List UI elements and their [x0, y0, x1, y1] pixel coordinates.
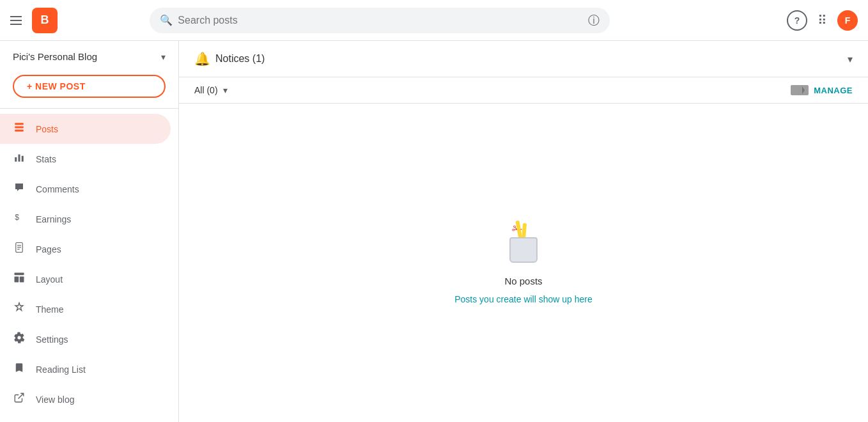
svg-rect-8: [17, 245, 21, 246]
filter-label: All (0): [194, 85, 218, 95]
posts-icon: [13, 121, 26, 136]
notices-left: 🔔 Notices (1): [194, 51, 265, 66]
reading-list-icon: [13, 362, 26, 377]
sidebar-item-posts[interactable]: Posts: [0, 114, 171, 144]
manage-button[interactable]: MANAGE: [814, 86, 853, 95]
svg-rect-13: [20, 277, 24, 283]
earnings-icon: $: [13, 212, 26, 226]
svg-rect-4: [19, 155, 20, 162]
svg-rect-11: [15, 273, 24, 276]
header-left: B: [10, 8, 58, 33]
svg-text:$: $: [15, 213, 19, 222]
notices-bar: 🔔 Notices (1) ▾: [179, 41, 868, 77]
chevron-down-icon: ▾: [161, 52, 166, 62]
svg-rect-0: [15, 123, 24, 125]
filter-dropdown[interactable]: All (0) ▾: [194, 85, 228, 95]
sidebar: Pici's Personal Blog ▾ + NEW POST Posts …: [0, 41, 179, 422]
search-icon: 🔍: [160, 14, 173, 26]
sidebar-item-label: Theme: [36, 304, 64, 315]
filter-chevron-icon: ▾: [223, 85, 228, 95]
svg-rect-12: [15, 277, 19, 283]
stats-icon: [13, 152, 26, 166]
help-icon[interactable]: ?: [787, 10, 807, 31]
search-bar: 🔍 ⓘ: [150, 8, 610, 33]
logo-letter: B: [41, 13, 49, 27]
header-right: ? ⠿ F: [787, 10, 858, 31]
main-content: 🔔 Notices (1) ▾ All (0) ▾ MANAGE ✂: [179, 41, 868, 422]
sidebar-item-label: Posts: [36, 124, 58, 134]
hamburger-icon[interactable]: [10, 16, 22, 25]
divider: [0, 108, 178, 109]
new-post-button[interactable]: + NEW POST: [13, 75, 166, 98]
sidebar-item-label: Layout: [36, 274, 63, 285]
sidebar-item-earnings[interactable]: $ Earnings: [0, 204, 171, 234]
notices-title: Notices (1): [215, 53, 265, 65]
sidebar-item-label: Stats: [36, 154, 56, 164]
svg-rect-9: [17, 247, 21, 247]
manage-section: MANAGE: [791, 85, 853, 95]
svg-rect-2: [15, 130, 24, 132]
tag-icon: [791, 85, 809, 95]
theme-icon: [13, 302, 26, 316]
cup: [509, 237, 538, 263]
sidebar-item-comments[interactable]: Comments: [0, 174, 171, 204]
pencil-cup-illustration: ✂: [504, 222, 543, 263]
pages-icon: [13, 242, 26, 256]
sidebar-item-label: View blog: [36, 395, 74, 405]
blog-selector[interactable]: Pici's Personal Blog ▾: [0, 41, 178, 72]
svg-rect-5: [22, 156, 24, 162]
svg-rect-10: [17, 249, 20, 249]
sidebar-item-label: Earnings: [36, 214, 71, 224]
settings-icon: [13, 332, 26, 347]
svg-rect-3: [15, 157, 17, 162]
no-posts-title: No posts: [504, 276, 542, 286]
search-input[interactable]: [178, 15, 580, 26]
user-avatar[interactable]: F: [837, 10, 858, 31]
sidebar-item-view-blog[interactable]: View blog: [0, 384, 171, 414]
header: B 🔍 ⓘ ? ⠿ F: [0, 0, 868, 41]
sidebar-item-label: Settings: [36, 334, 68, 345]
comments-icon: [13, 182, 26, 196]
body-layout: Pici's Personal Blog ▾ + NEW POST Posts …: [0, 41, 868, 422]
sidebar-item-label: Reading List: [36, 364, 86, 375]
notices-chevron-icon[interactable]: ▾: [848, 53, 853, 65]
sidebar-item-settings[interactable]: Settings: [0, 324, 171, 354]
sidebar-item-label: Comments: [36, 184, 79, 194]
view-blog-icon: [13, 392, 26, 407]
sidebar-item-reading-list[interactable]: Reading List: [0, 354, 171, 384]
info-icon[interactable]: ⓘ: [588, 13, 600, 28]
sidebar-item-theme[interactable]: Theme: [0, 294, 171, 324]
svg-line-14: [19, 393, 24, 398]
sidebar-item-label: Pages: [36, 244, 61, 254]
bell-icon: 🔔: [194, 51, 210, 66]
sidebar-item-layout[interactable]: Layout: [0, 264, 171, 294]
sidebar-item-pages[interactable]: Pages: [0, 234, 171, 264]
grid-icon[interactable]: ⠿: [818, 13, 827, 28]
blogger-logo[interactable]: B: [32, 8, 58, 33]
blog-name: Pici's Personal Blog: [13, 51, 97, 62]
sidebar-item-stats[interactable]: Stats: [0, 144, 171, 174]
layout-icon: [13, 272, 26, 286]
no-posts-subtitle[interactable]: Posts you create will show up here: [454, 294, 593, 304]
empty-state: ✂ No posts Posts you create will show up…: [179, 104, 868, 422]
svg-rect-1: [15, 127, 24, 129]
filter-bar: All (0) ▾ MANAGE: [179, 77, 868, 104]
